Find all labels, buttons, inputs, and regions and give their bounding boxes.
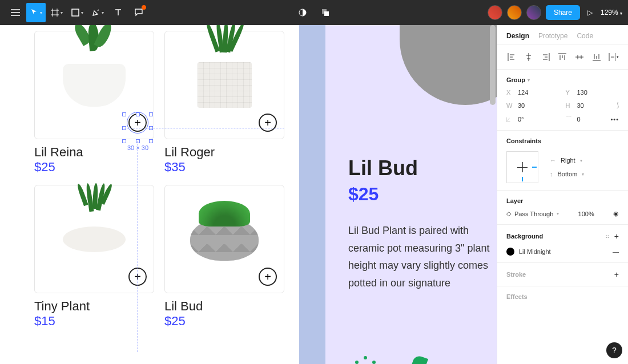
product-card[interactable]: + Tiny Plant $15 bbox=[34, 185, 154, 329]
frame-tool[interactable]: ▾ bbox=[47, 3, 66, 22]
frame-edge bbox=[299, 25, 325, 364]
move-tool[interactable]: ▾ bbox=[26, 3, 46, 22]
color-name: Lil Midnight bbox=[519, 248, 551, 255]
detail-price: $25 bbox=[348, 184, 497, 205]
product-name: Lil Roger bbox=[164, 145, 284, 160]
tab-code[interactable]: Code bbox=[577, 32, 593, 40]
opacity-field[interactable]: 100% bbox=[578, 211, 594, 217]
share-button[interactable]: Share bbox=[546, 5, 580, 20]
vertical-constraint[interactable]: ↕Bottom ▾ bbox=[550, 171, 584, 177]
text-tool[interactable] bbox=[108, 3, 128, 22]
present-icon[interactable]: ▷ bbox=[585, 9, 596, 17]
add-stroke-icon[interactable]: + bbox=[614, 270, 619, 279]
help-button[interactable]: ? bbox=[606, 342, 622, 358]
tab-prototype[interactable]: Prototype bbox=[538, 32, 567, 40]
collaborator-avatar[interactable] bbox=[526, 5, 541, 20]
align-bottom-icon[interactable] bbox=[591, 52, 602, 62]
top-toolbar: ▾ ▾ ▾ ▾ Share ▷ 129% ▾ bbox=[0, 0, 628, 25]
comment-tool[interactable] bbox=[129, 3, 148, 22]
x-field[interactable]: X124 bbox=[506, 89, 560, 96]
notification-dot bbox=[142, 5, 146, 10]
w-field[interactable]: W30 bbox=[506, 102, 560, 109]
layer-header: Layer bbox=[506, 197, 619, 204]
collaborator-avatar[interactable] bbox=[488, 5, 502, 20]
tab-design[interactable]: Design bbox=[506, 32, 529, 40]
constraint-widget[interactable] bbox=[506, 151, 538, 183]
blend-mode[interactable]: ◇Pass Through ▾ bbox=[506, 210, 559, 217]
background-header: Background bbox=[506, 233, 543, 240]
pen-tool[interactable]: ▾ bbox=[88, 3, 107, 22]
shape-tool[interactable]: ▾ bbox=[67, 3, 87, 22]
link-dimensions-icon[interactable]: ⟆ bbox=[617, 102, 619, 109]
product-price: $25 bbox=[34, 160, 154, 175]
more-options-icon[interactable]: ••• bbox=[610, 116, 619, 123]
rotation-field[interactable]: ⟀0° bbox=[506, 115, 560, 123]
svg-rect-3 bbox=[324, 11, 329, 16]
product-price: $35 bbox=[164, 160, 284, 175]
group-header[interactable]: Group ▾ bbox=[506, 76, 619, 83]
remove-fill-icon[interactable]: — bbox=[613, 248, 619, 255]
add-fill-icon[interactable]: + bbox=[614, 232, 619, 241]
canvas[interactable]: + Lil Reina $25 + bbox=[0, 25, 497, 364]
feature-icon bbox=[408, 354, 428, 364]
collaborator-avatar[interactable] bbox=[507, 5, 522, 20]
product-card[interactable]: + Lil Bud $25 bbox=[164, 185, 284, 329]
h-field[interactable]: H30⟆ bbox=[566, 102, 619, 109]
svg-rect-0 bbox=[72, 9, 79, 16]
add-button[interactable]: + bbox=[259, 114, 277, 132]
effects-header: Effects bbox=[506, 293, 528, 300]
add-button[interactable]: + bbox=[128, 114, 147, 132]
visibility-icon[interactable]: ◉ bbox=[613, 210, 619, 217]
align-top-icon[interactable] bbox=[557, 52, 567, 62]
product-image bbox=[400, 25, 497, 105]
distribute-icon[interactable]: ▾ bbox=[609, 52, 619, 62]
horizontal-constraint[interactable]: ↔Right ▾ bbox=[550, 157, 584, 164]
scrollbar[interactable] bbox=[490, 25, 496, 105]
product-price: $15 bbox=[34, 314, 154, 329]
detail-title: Lil Bud bbox=[348, 156, 497, 180]
product-card[interactable]: + Lil Reina $25 bbox=[34, 31, 154, 175]
corner-field[interactable]: ⌒0••• bbox=[566, 115, 619, 123]
stroke-header: Stroke bbox=[506, 271, 526, 278]
alignment-controls: ▾ bbox=[497, 45, 628, 70]
add-button[interactable]: + bbox=[259, 268, 277, 286]
style-icon[interactable]: ⠶ bbox=[605, 233, 609, 240]
product-price: $25 bbox=[164, 314, 284, 329]
zoom-level[interactable]: 129% ▾ bbox=[601, 9, 622, 17]
align-center-v-icon[interactable] bbox=[574, 52, 585, 62]
menu-icon[interactable] bbox=[6, 3, 25, 22]
y-field[interactable]: Y130 bbox=[566, 89, 619, 96]
product-card[interactable]: + Lil Roger $35 bbox=[164, 31, 284, 175]
detail-description: Lil Bud Plant is paired with ceramic pot… bbox=[348, 222, 497, 292]
properties-panel: Design Prototype Code ▾ Group ▾ X124 Y13… bbox=[497, 25, 628, 364]
constraints-header: Constraints bbox=[506, 137, 619, 144]
color-swatch[interactable] bbox=[506, 248, 514, 256]
feature-icon bbox=[354, 356, 377, 364]
contrast-icon[interactable] bbox=[293, 3, 312, 22]
align-left-icon[interactable] bbox=[506, 52, 517, 62]
product-name: Lil Bud bbox=[164, 299, 284, 314]
detail-frame[interactable]: Lil Bud $25 Lil Bud Plant is paired with… bbox=[325, 25, 497, 364]
align-center-h-icon[interactable] bbox=[524, 52, 534, 62]
product-name: Tiny Plant bbox=[34, 299, 154, 314]
mask-icon[interactable] bbox=[316, 3, 335, 22]
align-right-icon[interactable] bbox=[541, 52, 551, 62]
